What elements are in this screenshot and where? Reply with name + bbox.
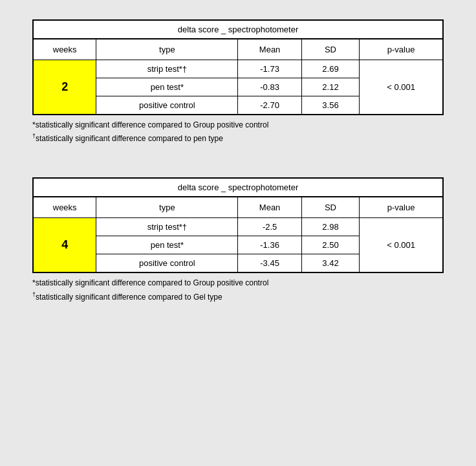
table-1-header-weeks: weeks bbox=[33, 39, 96, 60]
table-2-row-1-type: strip test*† bbox=[96, 218, 238, 236]
table-2-header-pvalue: p-value bbox=[360, 197, 443, 218]
table-2-row-1-sd: 2.98 bbox=[301, 218, 359, 236]
table-2-header-weeks: weeks bbox=[33, 197, 96, 218]
table-row: 2 strip test*† -1.73 2.69 < 0.001 bbox=[33, 60, 443, 78]
table-1-row-1-sd: 2.69 bbox=[301, 60, 359, 78]
table-2-row-1-mean: -2.5 bbox=[238, 218, 301, 236]
table-1-row-3-mean: -2.70 bbox=[238, 96, 301, 115]
table-2-footnotes: *statistically significant difference co… bbox=[32, 277, 444, 303]
table-1-row-3-sd: 3.56 bbox=[301, 96, 359, 115]
table-2-row-3-type: positive control bbox=[96, 254, 238, 273]
table-2: delta score _ spectrophotometer weeks ty… bbox=[32, 177, 444, 273]
table-2-footnote-2: †statistically significant difference co… bbox=[32, 290, 444, 304]
table-1-row-3-type: positive control bbox=[96, 96, 238, 115]
table-1-header-mean: Mean bbox=[238, 39, 301, 60]
table-1-header-pvalue: p-value bbox=[360, 39, 443, 60]
table-1-row-2-sd: 2.12 bbox=[301, 78, 359, 96]
table-2-row-2-type: pen test* bbox=[96, 236, 238, 254]
table-1-header-sd: SD bbox=[301, 39, 359, 60]
table-2-row-3-sd: 3.42 bbox=[301, 254, 359, 273]
table-2-week-cell: 4 bbox=[33, 218, 96, 273]
table-2-title-row: delta score _ spectrophotometer bbox=[33, 178, 443, 197]
table-section-2: delta score _ spectrophotometer weeks ty… bbox=[32, 177, 444, 303]
table-1-title-row: delta score _ spectrophotometer bbox=[33, 20, 443, 39]
table-1-row-1-type: strip test*† bbox=[96, 60, 238, 78]
table-1-row-2-mean: -0.83 bbox=[238, 78, 301, 96]
table-2-header-row: weeks type Mean SD p-value bbox=[33, 197, 443, 218]
table-1-footnote-1: *statistically significant difference co… bbox=[32, 119, 444, 131]
table-1-row-1-mean: -1.73 bbox=[238, 60, 301, 78]
table-2-row-2-mean: -1.36 bbox=[238, 236, 301, 254]
table-2-row-3-mean: -3.45 bbox=[238, 254, 301, 273]
table-1-footnote-2: †statistically significant difference co… bbox=[32, 131, 444, 145]
table-2-pvalue-cell: < 0.001 bbox=[360, 218, 443, 273]
table-1: delta score _ spectrophotometer weeks ty… bbox=[32, 19, 444, 115]
table-1-row-2-type: pen test* bbox=[96, 78, 238, 96]
table-2-header-type: type bbox=[96, 197, 238, 218]
table-1-footnotes: *statistically significant difference co… bbox=[32, 119, 444, 145]
table-1-week-cell: 2 bbox=[33, 60, 96, 115]
table-2-header-mean: Mean bbox=[238, 197, 301, 218]
table-1-title: delta score _ spectrophotometer bbox=[33, 20, 443, 39]
table-2-row-2-sd: 2.50 bbox=[301, 236, 359, 254]
table-1-header-type: type bbox=[96, 39, 238, 60]
table-1-header-row: weeks type Mean SD p-value bbox=[33, 39, 443, 60]
table-2-title: delta score _ spectrophotometer bbox=[33, 178, 443, 197]
table-2-header-sd: SD bbox=[301, 197, 359, 218]
table-row: 4 strip test*† -2.5 2.98 < 0.001 bbox=[33, 218, 443, 236]
table-section-1: delta score _ spectrophotometer weeks ty… bbox=[32, 19, 444, 145]
table-1-pvalue-cell: < 0.001 bbox=[360, 60, 443, 115]
table-2-footnote-1: *statistically significant difference co… bbox=[32, 277, 444, 289]
